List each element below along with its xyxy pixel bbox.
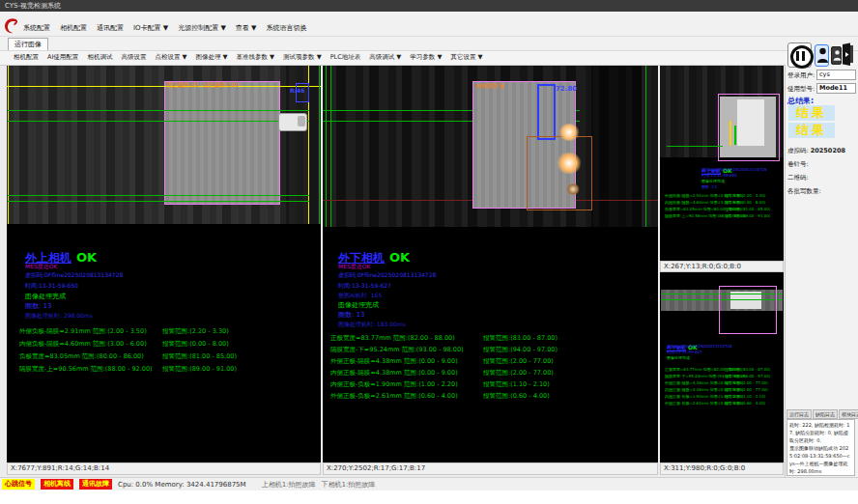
camera-left-status: OK [76, 250, 97, 265]
log-textarea[interactable]: 耗时: 222, 缺陷检测耗时: 17, 缺陷分割耗时: 0, 缺陷提取分区耗时… [786, 419, 855, 476]
alarm-text: 报警范围:(83.00 - 87.00) [483, 334, 558, 342]
result-row: 隔膜宽度-下=95.24mm 范围:(93.00 - 98.00)报警范围:(9… [330, 346, 654, 357]
time-text: 时间:13-31-59-650 [25, 282, 78, 291]
result-row: 内侧正极-隔膜=4.38mm 范围:(0.00 - 9.00)报警范围:(2.0… [665, 387, 781, 394]
person-icon [816, 46, 829, 65]
log-tabs: 运行日志缺陷日志模块日志 [786, 409, 858, 419]
ai-time-text: 整图AI耗时: 165 [338, 292, 382, 300]
toolbar-item[interactable]: 相机配置 [14, 53, 39, 62]
result-row: 外侧正极-负极=2.61mm 范围:(0.60 - 4.00)报警范围:(0.6… [330, 392, 654, 404]
ai-region-label: AI检测区域 [475, 82, 504, 91]
toolbar-item[interactable]: 高级调试 ▼ [369, 53, 401, 62]
status-bar: 心跳信号 相机离线 通讯故障 Cpu: 0.0% Memory: 3424.41… [0, 477, 858, 490]
alarm-text: 报警范围:(0.00 - 8.00) [162, 340, 229, 348]
toolbar-item[interactable]: 相机调试 [87, 53, 112, 62]
toolbar-item[interactable]: 高级设置 [121, 53, 146, 62]
menu-item[interactable]: 相机配置 [60, 23, 87, 33]
measure-text: 隔膜宽度-下=95.24mm 范围:(93.00 - 98.00) [665, 374, 725, 378]
log-tab[interactable]: 模块日志 [839, 409, 858, 419]
rounds-text: 圈数: 13 [25, 301, 52, 311]
measure-text: 隔膜宽度-上=90.56mm 范围:(88.00 - 92.00) [665, 213, 725, 218]
toolbar-item[interactable]: 测试项参数 ▼ [283, 53, 322, 62]
log-line: 显示图像联动缺陷成功 2025:02:08-13:31:59:650—cys—外… [789, 444, 852, 475]
menu-item[interactable]: 系统配置 [23, 23, 50, 33]
batch-count-label: 各批写数量: [787, 187, 821, 196]
log-tab[interactable]: 缺陷日志 [813, 409, 838, 419]
alarm-text: 报警范围:(2.00 - 77.00) [725, 387, 768, 392]
app-window: CYS-视觉检测系统 系统配置相机配置通讯配置IO卡配置 ▼光源控制配置 ▼查看… [0, 0, 858, 504]
mes-status-text: MES发送OK [25, 263, 57, 271]
alarm-text: 报警范围:(2.20 - 3.30) [162, 327, 229, 335]
app-logo-icon [3, 16, 19, 35]
camera-up-status: 上相机1:拍照故障 [262, 480, 316, 490]
result-row: 内侧负极-隔膜=4.60mm 范围:(3.00 - 6.00)报警范围:(0.0… [19, 340, 314, 352]
measure-text: 内侧正极-隔膜=4.38mm 范围:(0.00 - 9.00) [330, 369, 483, 378]
pause-button[interactable] [787, 42, 812, 68]
thumb-top-results: 外侧负极-隔膜=2.91mm 范围:(2.00 - 3.50)报警范围:(2.2… [665, 193, 781, 220]
vcode-row: 虚拟码: 20250208 [787, 147, 845, 155]
toolbar-item[interactable]: 图像处理 ▼ [195, 53, 227, 62]
log-tab[interactable]: 运行日志 [786, 409, 812, 419]
measure-text: 外侧正极-隔膜=4.38mm 范围:(0.00 - 9.00) [330, 357, 483, 366]
camera-right-status: OK [389, 250, 410, 265]
menu-item[interactable]: 通讯配置 [97, 23, 124, 33]
measure-text: 外侧正极-负极=2.61mm 范围:(0.60 - 4.00) [665, 401, 725, 406]
menu-item[interactable]: 光源控制配置 ▼ [178, 23, 226, 33]
thumb-bottom-results: 正极宽度=83.77mm 范围:(82.00 - 88.00)报警范围:(83.… [665, 367, 781, 407]
measure-text: 外侧负极-隔膜=2.91mm 范围:(2.00 - 3.50) [19, 327, 162, 336]
toolbar-item[interactable]: 学习参数 ▼ [410, 53, 442, 62]
measure-line-green-1 [8, 110, 309, 111]
toolbar-item[interactable]: 点检设置 ▼ [155, 53, 186, 62]
menu-item[interactable]: 系统语言切换 [266, 23, 306, 33]
login-user-input[interactable]: cys [816, 70, 856, 80]
measure-text: 外侧正极-隔膜=4.38mm 范围:(0.00 - 9.00) [665, 380, 725, 385]
alarm-text: 报警范围:(2.20 - 3.30) [725, 193, 765, 198]
measure-text: 内侧正极-隔膜=4.38mm 范围:(0.00 - 9.00) [665, 387, 725, 392]
menu-item[interactable]: IO卡配置 ▼ [133, 23, 168, 33]
result-chip: 结果 [788, 105, 835, 121]
thumb-top-rounds: 圈数: 13 [701, 184, 717, 190]
toolbar-item[interactable]: PLC地址表 [330, 53, 361, 62]
alarm-text: 报警范围:(0.00 - 8.00) [725, 200, 765, 205]
camera-right-results: 正极宽度=83.77mm 范围:(82.00 - 88.00)报警范围:(83.… [330, 334, 654, 404]
toolbar-item[interactable]: AI使用配置 [47, 53, 78, 62]
result-chip: 结果 [788, 123, 835, 138]
measure-line-green-4 [8, 201, 309, 202]
connector-part [278, 113, 307, 131]
thumb-bottom-roi [719, 286, 777, 334]
result-row: 负极宽度=83.05mm 范围:(80.00 - 86.00)报警范围:(81.… [19, 352, 314, 365]
alarm-text: 报警范围:(89.00 - 91.00) [162, 365, 237, 373]
menu-item[interactable]: 查看 ▼ [236, 23, 257, 33]
qrcode-label: 二维码: [787, 174, 809, 182]
image-dark-column [591, 66, 642, 227]
toolbar-item[interactable]: 基准线参数 ▼ [237, 53, 275, 62]
threshold-overlay-label: 固定阈值:93, 动态阈值:100 [166, 81, 239, 90]
tab-bar [0, 37, 858, 50]
edge-line-green [319, 66, 320, 224]
user-switch-button[interactable] [831, 46, 842, 65]
exit-button[interactable] [842, 42, 854, 67]
window-titlebar: CYS-视觉检测系统 [0, 0, 858, 12]
cpu-memory-text: Cpu: 0.0% Memory: 3424.41796875M [118, 481, 246, 489]
thumb-bottom-done: 图像处理完成 [667, 355, 690, 361]
model-input[interactable]: Mode11 [816, 83, 856, 94]
toolbar-item[interactable]: 其它设置 ▼ [450, 53, 482, 62]
result-row: 外侧负极-隔膜=2.91mm 范围:(2.00 - 3.50)报警范围:(2.2… [19, 327, 314, 340]
window-title: CYS-视觉检测系统 [5, 2, 61, 10]
alarm-text: 报警范围:(2.00 - 77.00) [483, 357, 554, 365]
result-row: 隔膜宽度-上=90.56mm 范围:(88.00 - 92.00)报警范围:(8… [19, 365, 314, 378]
mes-status-text-right: MES发送OK [338, 263, 370, 271]
result-row: 正极宽度=83.77mm 范围:(82.00 - 88.00)报警范围:(83.… [330, 334, 654, 346]
user-login-button[interactable] [815, 44, 829, 67]
result-row: 外侧负极-隔膜=2.91mm 范围:(2.00 - 3.50)报警范围:(2.2… [665, 193, 781, 200]
edge-line-green-2 [330, 66, 331, 227]
measure-value-overlay: 72.80 [556, 85, 577, 93]
alarm-text: 报警范围:(89.00 - 91.00) [725, 213, 770, 218]
result-row: 内侧正极-隔膜=4.38mm 范围:(0.00 - 9.00)报警范围:(2.0… [330, 369, 654, 380]
toolbar-items: 相机配置AI使用配置相机调试高级设置点检设置 ▼图像处理 ▼基准线参数 ▼测试项… [14, 53, 483, 62]
roi-rect-blue-right [537, 84, 556, 140]
tab-run-image[interactable]: 运行图像 [8, 38, 48, 51]
result-row: 正极宽度=83.77mm 范围:(82.00 - 88.00)报警范围:(83.… [665, 367, 781, 374]
result-row: 外侧正极-负极=2.61mm 范围:(0.60 - 4.00)报警范围:(0.6… [665, 401, 781, 407]
roi-rect-left [164, 81, 280, 205]
